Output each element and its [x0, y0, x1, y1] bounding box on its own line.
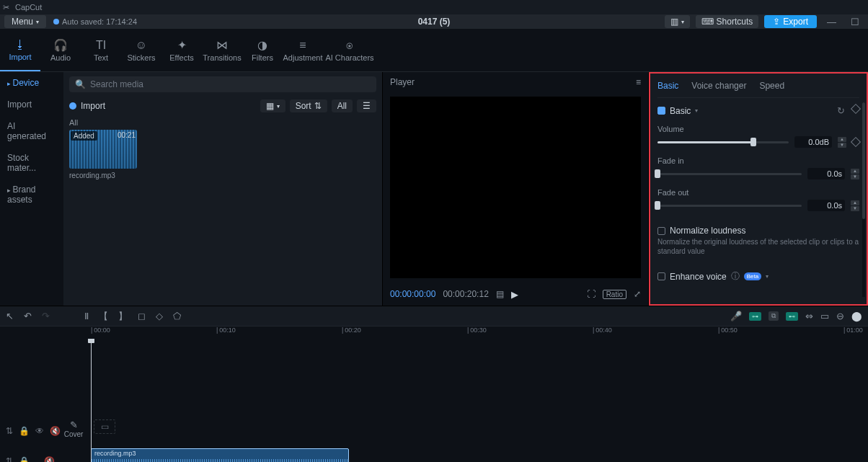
- fadein-slider[interactable]: [657, 173, 802, 175]
- timeline-toolbar: ↖ ↶ ↷ Ⅱ 【 】 ◻ ◇ ⬠ 🎤 ⊶ ⧉ ⊷ ⇔ ▭ ⊖ ⬤: [0, 306, 868, 326]
- asset-tab-import[interactable]: Import: [0, 94, 63, 115]
- mute-icon[interactable]: 🔇: [44, 456, 55, 462]
- layout-button[interactable]: ▥▾: [665, 15, 690, 28]
- inspector-scrollbar[interactable]: [862, 102, 865, 297]
- flip-icon[interactable]: ◇: [156, 311, 163, 321]
- topnav-audio[interactable]: 🎧Audio: [40, 29, 81, 71]
- volume-property: Volume 0.0dB ▲▼: [657, 125, 859, 148]
- volume-value[interactable]: 0.0dB: [794, 136, 832, 148]
- mirror-icon[interactable]: ⬠: [173, 311, 181, 321]
- asset-tab-device[interactable]: Device: [0, 72, 63, 94]
- fullscreen-button[interactable]: ⤢: [634, 289, 641, 299]
- zoom-slider-knob[interactable]: ⬤: [851, 311, 862, 321]
- volume-stepper[interactable]: ▲▼: [838, 137, 846, 148]
- maximize-button[interactable]: ☐: [846, 17, 864, 27]
- sort-button[interactable]: Sort⇅: [290, 99, 327, 112]
- minimize-button[interactable]: —: [823, 17, 841, 27]
- volume-slider[interactable]: [657, 141, 789, 143]
- project-title[interactable]: 0417 (5): [418, 17, 451, 27]
- player-options-button[interactable]: ≡: [636, 77, 641, 87]
- lock-icon[interactable]: 🔒: [19, 426, 30, 436]
- inspector-tab-voice-changer[interactable]: Voice changer: [691, 81, 746, 91]
- mic-icon[interactable]: 🎤: [730, 311, 742, 321]
- asset-tab-stock-material[interactable]: Stock mater...: [0, 147, 63, 179]
- step-down[interactable]: ▼: [851, 174, 859, 179]
- info-icon[interactable]: ⓘ: [731, 270, 740, 283]
- undo-button[interactable]: ↶: [24, 311, 32, 321]
- topnav-transitions[interactable]: ⋈Transitions: [202, 29, 242, 71]
- fadeout-slider[interactable]: [657, 205, 802, 207]
- split-icon[interactable]: Ⅱ: [84, 311, 89, 321]
- step-up[interactable]: ▲: [851, 200, 859, 205]
- player-viewport[interactable]: [390, 97, 641, 278]
- lock-icon[interactable]: 🔒: [19, 456, 30, 462]
- asset-tab-ai-generated[interactable]: AI generated: [0, 115, 63, 147]
- volume-keyframe-icon[interactable]: [851, 137, 861, 147]
- sort-icon[interactable]: ⇅: [6, 426, 13, 436]
- fadein-stepper[interactable]: ▲▼: [851, 169, 859, 179]
- link-icon[interactable]: ⧉: [769, 311, 779, 321]
- compare-icon[interactable]: ▤: [496, 289, 504, 299]
- step-up[interactable]: ▲: [838, 137, 846, 142]
- mute-icon[interactable]: 🔇: [50, 426, 61, 436]
- magnet-main-icon[interactable]: ⊶: [749, 312, 761, 321]
- split-left-icon[interactable]: 【: [99, 310, 108, 323]
- scale-icon[interactable]: ⛶: [587, 289, 595, 299]
- timeline-ruler[interactable]: 00:0000:1000:2000:3000:4000:5001:00: [0, 326, 868, 339]
- import-button[interactable]: Import: [69, 101, 105, 111]
- step-down[interactable]: ▼: [838, 143, 846, 148]
- snap-icon[interactable]: ⇔: [805, 311, 813, 321]
- cover-button[interactable]: ✎Cover: [63, 419, 84, 438]
- topnav-stickers[interactable]: ☺Stickers: [121, 29, 161, 71]
- shortcuts-button[interactable]: ⌨Shortcuts: [696, 15, 759, 28]
- empty-video-track[interactable]: ▭: [94, 419, 115, 434]
- topnav-effects[interactable]: ✦Effects: [161, 29, 202, 71]
- timeline-tracks[interactable]: ⇅ 🔒 👁 🔇 ⇅ 🔒 • 🔇 ✎Cover ▭ recording.mp3: [0, 339, 868, 462]
- fadeout-stepper[interactable]: ▲▼: [851, 200, 859, 211]
- reset-icon[interactable]: ↻: [837, 105, 845, 116]
- filter-all-button[interactable]: All: [332, 99, 353, 112]
- redo-button[interactable]: ↷: [42, 311, 50, 321]
- topnav-adjustment[interactable]: ≡Adjustment: [283, 29, 323, 71]
- scrollbar-thumb[interactable]: [862, 102, 865, 219]
- export-button[interactable]: ⇪Export: [764, 15, 817, 28]
- chevron-down-icon: ▾: [277, 103, 280, 110]
- select-tool-icon[interactable]: ↖: [6, 311, 14, 321]
- visibility-icon[interactable]: 👁: [35, 426, 44, 436]
- sort-icon[interactable]: ⇅: [6, 456, 13, 462]
- top-nav: ⭳Import 🎧Audio TIText ☺Stickers ✦Effects…: [0, 29, 868, 72]
- chevron-down-icon[interactable]: ▾: [766, 273, 769, 280]
- crop-icon[interactable]: ◻: [138, 311, 146, 321]
- timeline-audio-clip[interactable]: recording.mp3: [91, 448, 349, 462]
- topnav-filters[interactable]: ◑Filters: [242, 29, 283, 71]
- topnav-ai-characters[interactable]: ⍟AI Characters: [323, 29, 376, 71]
- playhead[interactable]: [91, 339, 92, 462]
- split-right-icon[interactable]: 】: [118, 310, 128, 323]
- filter-button[interactable]: ☰: [357, 99, 376, 112]
- basic-checkbox[interactable]: [657, 107, 665, 115]
- menu-button[interactable]: Menu ▾: [4, 15, 46, 28]
- topnav-text[interactable]: TIText: [81, 29, 121, 71]
- step-up[interactable]: ▲: [851, 169, 859, 174]
- view-toggle-button[interactable]: ▦▾: [260, 99, 285, 112]
- normalize-checkbox[interactable]: [657, 227, 665, 235]
- keyframe-icon[interactable]: [851, 104, 861, 114]
- clip-thumbnail[interactable]: Added 00:21: [69, 130, 137, 169]
- step-down[interactable]: ▼: [851, 206, 859, 211]
- topnav-import[interactable]: ⭳Import: [0, 29, 40, 71]
- enhance-checkbox[interactable]: [657, 272, 665, 280]
- play-button[interactable]: ▶: [511, 289, 518, 300]
- inspector-tab-basic[interactable]: Basic: [657, 81, 678, 91]
- waveform-icon: [92, 459, 348, 462]
- media-clip[interactable]: Added 00:21 recording.mp3: [69, 130, 137, 179]
- inspector-tab-speed[interactable]: Speed: [759, 81, 784, 91]
- zoom-out-icon[interactable]: ⊖: [836, 311, 844, 321]
- ratio-button[interactable]: Ratio: [603, 290, 626, 299]
- magnet-icon[interactable]: ⊷: [786, 312, 798, 321]
- search-input[interactable]: 🔍Search media: [69, 76, 376, 92]
- fadeout-value[interactable]: 0.0s: [807, 200, 845, 211]
- preview-icon[interactable]: ▭: [820, 311, 829, 321]
- asset-tab-brand-assets[interactable]: Brand assets: [0, 179, 63, 210]
- chevron-down-icon[interactable]: ▾: [695, 107, 698, 114]
- fadein-value[interactable]: 0.0s: [807, 168, 845, 179]
